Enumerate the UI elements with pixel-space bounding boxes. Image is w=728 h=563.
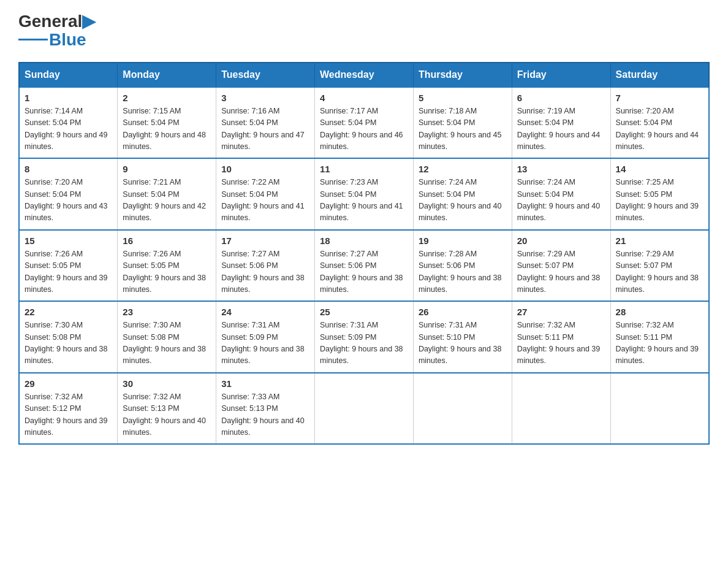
day-info: Sunrise: 7:23 AMSunset: 5:04 PMDaylight:…: [320, 177, 408, 224]
day-number: 3: [221, 93, 309, 103]
day-cell-8: 8Sunrise: 7:20 AMSunset: 5:04 PMDaylight…: [19, 158, 118, 230]
day-number: 19: [419, 236, 507, 246]
day-info: Sunrise: 7:27 AMSunset: 5:06 PMDaylight:…: [221, 248, 309, 296]
day-info: Sunrise: 7:28 AMSunset: 5:06 PMDaylight:…: [419, 248, 507, 296]
day-info: Sunrise: 7:24 AMSunset: 5:04 PMDaylight:…: [419, 177, 507, 224]
day-info: Sunrise: 7:22 AMSunset: 5:04 PMDaylight:…: [221, 177, 309, 224]
day-cell-7: 7Sunrise: 7:20 AMSunset: 5:04 PMDaylight…: [610, 87, 709, 159]
day-info: Sunrise: 7:24 AMSunset: 5:04 PMDaylight:…: [517, 177, 605, 224]
day-cell-17: 17Sunrise: 7:27 AMSunset: 5:06 PMDayligh…: [216, 230, 315, 302]
day-cell-9: 9Sunrise: 7:21 AMSunset: 5:04 PMDaylight…: [118, 158, 216, 230]
logo-blue-text: Blue: [49, 30, 86, 50]
day-number: 31: [221, 378, 309, 389]
day-info: Sunrise: 7:33 AMSunset: 5:13 PMDaylight:…: [221, 391, 309, 439]
day-cell-3: 3Sunrise: 7:16 AMSunset: 5:04 PMDaylight…: [216, 87, 315, 159]
day-cell-25: 25Sunrise: 7:31 AMSunset: 5:09 PMDayligh…: [315, 301, 414, 373]
day-info: Sunrise: 7:16 AMSunset: 5:04 PMDaylight:…: [221, 105, 309, 153]
day-info: Sunrise: 7:15 AMSunset: 5:04 PMDaylight:…: [123, 105, 211, 153]
day-number: 15: [25, 236, 112, 246]
day-number: 28: [616, 307, 703, 317]
day-cell-4: 4Sunrise: 7:17 AMSunset: 5:04 PMDaylight…: [315, 87, 414, 159]
day-number: 25: [320, 307, 408, 317]
day-number: 6: [517, 93, 605, 103]
empty-cell: [315, 373, 414, 445]
day-cell-24: 24Sunrise: 7:31 AMSunset: 5:09 PMDayligh…: [216, 301, 315, 373]
logo-content: General▶ Blue: [18, 12, 96, 50]
day-info: Sunrise: 7:30 AMSunset: 5:08 PMDaylight:…: [123, 320, 211, 367]
day-cell-30: 30Sunrise: 7:32 AMSunset: 5:13 PMDayligh…: [118, 373, 216, 445]
week-row-4: 22Sunrise: 7:30 AMSunset: 5:08 PMDayligh…: [19, 301, 709, 373]
day-cell-22: 22Sunrise: 7:30 AMSunset: 5:08 PMDayligh…: [19, 301, 118, 373]
day-number: 2: [123, 93, 211, 103]
week-row-2: 8Sunrise: 7:20 AMSunset: 5:04 PMDaylight…: [19, 158, 709, 230]
day-number: 1: [25, 93, 112, 103]
day-info: Sunrise: 7:19 AMSunset: 5:04 PMDaylight:…: [517, 105, 605, 153]
day-info: Sunrise: 7:26 AMSunset: 5:05 PMDaylight:…: [25, 248, 112, 296]
calendar-table: SundayMondayTuesdayWednesdayThursdayFrid…: [18, 62, 710, 445]
day-number: 22: [25, 307, 112, 317]
day-info: Sunrise: 7:26 AMSunset: 5:05 PMDaylight:…: [123, 248, 211, 296]
day-info: Sunrise: 7:29 AMSunset: 5:07 PMDaylight:…: [517, 248, 605, 296]
day-number: 27: [517, 307, 605, 317]
day-number: 4: [320, 93, 408, 103]
day-number: 12: [419, 164, 507, 174]
day-info: Sunrise: 7:32 AMSunset: 5:11 PMDaylight:…: [517, 320, 605, 367]
day-info: Sunrise: 7:17 AMSunset: 5:04 PMDaylight:…: [320, 105, 408, 153]
logo-text: General▶: [18, 12, 96, 31]
day-cell-14: 14Sunrise: 7:25 AMSunset: 5:05 PMDayligh…: [610, 158, 709, 230]
day-number: 17: [221, 236, 309, 246]
day-number: 9: [123, 164, 211, 174]
day-cell-28: 28Sunrise: 7:32 AMSunset: 5:11 PMDayligh…: [610, 301, 709, 373]
day-info: Sunrise: 7:14 AMSunset: 5:04 PMDaylight:…: [25, 105, 112, 153]
day-info: Sunrise: 7:18 AMSunset: 5:04 PMDaylight:…: [419, 105, 507, 153]
day-cell-5: 5Sunrise: 7:18 AMSunset: 5:04 PMDaylight…: [413, 87, 512, 159]
day-info: Sunrise: 7:25 AMSunset: 5:05 PMDaylight:…: [616, 177, 703, 224]
day-cell-21: 21Sunrise: 7:29 AMSunset: 5:07 PMDayligh…: [610, 230, 709, 302]
week-row-3: 15Sunrise: 7:26 AMSunset: 5:05 PMDayligh…: [19, 230, 709, 302]
empty-cell: [610, 373, 709, 445]
week-row-1: 1Sunrise: 7:14 AMSunset: 5:04 PMDaylight…: [19, 87, 709, 159]
day-number: 21: [616, 236, 703, 246]
day-cell-10: 10Sunrise: 7:22 AMSunset: 5:04 PMDayligh…: [216, 158, 315, 230]
week-row-5: 29Sunrise: 7:32 AMSunset: 5:12 PMDayligh…: [19, 373, 709, 445]
day-info: Sunrise: 7:31 AMSunset: 5:09 PMDaylight:…: [221, 320, 309, 367]
day-cell-20: 20Sunrise: 7:29 AMSunset: 5:07 PMDayligh…: [512, 230, 610, 302]
day-info: Sunrise: 7:32 AMSunset: 5:11 PMDaylight:…: [616, 320, 703, 367]
day-cell-12: 12Sunrise: 7:24 AMSunset: 5:04 PMDayligh…: [413, 158, 512, 230]
calendar-header-row: SundayMondayTuesdayWednesdayThursdayFrid…: [19, 63, 709, 87]
day-header-tuesday: Tuesday: [216, 63, 315, 87]
day-cell-1: 1Sunrise: 7:14 AMSunset: 5:04 PMDaylight…: [19, 87, 118, 159]
day-number: 24: [221, 307, 309, 317]
day-cell-31: 31Sunrise: 7:33 AMSunset: 5:13 PMDayligh…: [216, 373, 315, 445]
page-header: General▶ Blue: [18, 12, 710, 50]
day-number: 29: [25, 378, 112, 389]
day-cell-11: 11Sunrise: 7:23 AMSunset: 5:04 PMDayligh…: [315, 158, 414, 230]
day-number: 7: [616, 93, 703, 103]
day-header-monday: Monday: [118, 63, 216, 87]
day-header-thursday: Thursday: [413, 63, 512, 87]
day-info: Sunrise: 7:21 AMSunset: 5:04 PMDaylight:…: [123, 177, 211, 224]
day-number: 26: [419, 307, 507, 317]
day-number: 13: [517, 164, 605, 174]
day-header-saturday: Saturday: [610, 63, 709, 87]
day-number: 23: [123, 307, 211, 317]
day-cell-18: 18Sunrise: 7:27 AMSunset: 5:06 PMDayligh…: [315, 230, 414, 302]
day-info: Sunrise: 7:20 AMSunset: 5:04 PMDaylight:…: [616, 105, 703, 153]
day-info: Sunrise: 7:29 AMSunset: 5:07 PMDaylight:…: [616, 248, 703, 296]
day-cell-23: 23Sunrise: 7:30 AMSunset: 5:08 PMDayligh…: [118, 301, 216, 373]
day-info: Sunrise: 7:31 AMSunset: 5:10 PMDaylight:…: [419, 320, 507, 367]
day-cell-19: 19Sunrise: 7:28 AMSunset: 5:06 PMDayligh…: [413, 230, 512, 302]
day-number: 10: [221, 164, 309, 174]
day-number: 16: [123, 236, 211, 246]
day-number: 30: [123, 378, 211, 389]
day-info: Sunrise: 7:20 AMSunset: 5:04 PMDaylight:…: [25, 177, 112, 224]
day-header-friday: Friday: [512, 63, 610, 87]
day-number: 11: [320, 164, 408, 174]
day-info: Sunrise: 7:27 AMSunset: 5:06 PMDaylight:…: [320, 248, 408, 296]
day-info: Sunrise: 7:30 AMSunset: 5:08 PMDaylight:…: [25, 320, 112, 367]
logo: General▶ Blue: [18, 12, 96, 50]
day-number: 20: [517, 236, 605, 246]
empty-cell: [512, 373, 610, 445]
day-number: 8: [25, 164, 112, 174]
day-number: 18: [320, 236, 408, 246]
